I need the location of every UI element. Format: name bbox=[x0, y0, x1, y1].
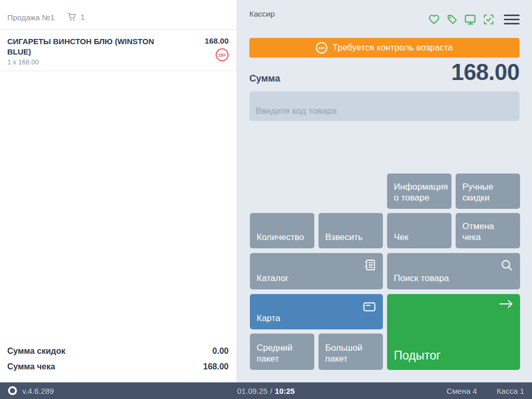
receipt-panel: Продажа №1 1 СИГАРЕТЫ ВИНСТОН БЛЮ (WINST… bbox=[0, 0, 236, 382]
age-restriction-icon: 18+ bbox=[216, 48, 229, 61]
subtotal-button[interactable]: Подытог bbox=[387, 294, 520, 370]
weigh-button[interactable]: Взвесить bbox=[318, 213, 383, 248]
product-price: 168.00 bbox=[205, 36, 229, 45]
cart-counter: 1 bbox=[66, 11, 85, 22]
sum-label: Сумма bbox=[249, 73, 280, 84]
card-button[interactable]: Карта bbox=[250, 294, 383, 329]
product-info-button[interactable]: Информация о товаре bbox=[387, 174, 451, 209]
product-line-item[interactable]: СИГАРЕТЫ ВИНСТОН БЛЮ (WINSTON BLUE) 168.… bbox=[0, 30, 236, 71]
receipt-total-value: 168.00 bbox=[203, 362, 229, 371]
status-time: 10:25 bbox=[275, 387, 295, 395]
cart-count: 1 bbox=[81, 12, 85, 21]
product-code-input[interactable] bbox=[249, 91, 520, 121]
discount-summary-row: Сумма скидок 0.00 bbox=[0, 344, 236, 360]
price-tag-button[interactable] bbox=[445, 12, 459, 26]
shift-label: Смена 4 bbox=[446, 387, 477, 395]
tag-icon bbox=[446, 13, 459, 26]
search-product-button[interactable]: Поиск товара bbox=[387, 253, 520, 289]
scan-check-icon bbox=[482, 13, 495, 26]
discount-label: Сумма скидок bbox=[7, 347, 65, 356]
catalog-button[interactable]: Каталог bbox=[250, 253, 383, 289]
age-control-text: Требуется контроль возраста bbox=[332, 43, 453, 53]
quantity-button[interactable]: Количество bbox=[250, 213, 314, 248]
favorites-button[interactable] bbox=[427, 12, 441, 26]
discount-value: 0.00 bbox=[212, 347, 229, 356]
scan-check-button[interactable] bbox=[482, 12, 495, 26]
age-18-icon: 18+ bbox=[316, 42, 327, 54]
arrow-right-icon bbox=[498, 299, 514, 309]
receipt-total-label: Сумма чека bbox=[7, 362, 55, 371]
status-bar: v.4.6.289 01.09.25 / 10:25 Смена 4 Касса… bbox=[0, 382, 532, 399]
sum-value: 168.00 bbox=[451, 59, 520, 85]
app-logo-icon bbox=[7, 385, 18, 396]
status-separator: / bbox=[270, 387, 272, 395]
heart-icon bbox=[428, 13, 441, 26]
catalog-icon bbox=[363, 258, 377, 272]
product-quantity-line: 1 x 168.00 bbox=[7, 58, 39, 66]
monitor-icon bbox=[463, 12, 477, 26]
header-toolbar bbox=[427, 12, 520, 26]
card-icon bbox=[362, 299, 377, 314]
receipt-button[interactable]: Чек bbox=[387, 213, 451, 248]
age-control-banner: 18+ Требуется контроль возраста bbox=[249, 38, 520, 58]
total-summary-row: Сумма чека 168.00 bbox=[0, 360, 236, 375]
register-label: Касса 1 bbox=[497, 387, 524, 395]
datetime-block: 01.09.25 / 10:25 bbox=[237, 382, 295, 399]
cart-icon bbox=[66, 11, 77, 22]
large-bag-button[interactable]: Большой пакет bbox=[318, 334, 383, 370]
search-icon bbox=[500, 258, 514, 272]
sale-header: Продажа №1 1 bbox=[0, 0, 236, 30]
status-date: 01.09.25 bbox=[237, 387, 268, 395]
product-name: СИГАРЕТЫ ВИНСТОН БЛЮ (WINSTON BLUE) bbox=[7, 36, 168, 58]
sale-title: Продажа №1 bbox=[7, 13, 55, 22]
medium-bag-button[interactable]: Средний пакет bbox=[250, 334, 314, 370]
manual-discounts-button[interactable]: Ручные скидки bbox=[456, 174, 520, 209]
app-version: v.4.6.289 bbox=[22, 387, 54, 395]
cancel-receipt-button[interactable]: Отмена чека bbox=[456, 213, 520, 248]
actions-panel: Кассир bbox=[236, 0, 532, 382]
cashier-label: Кассир bbox=[249, 9, 275, 18]
menu-button[interactable] bbox=[504, 12, 520, 26]
version-block: v.4.6.289 bbox=[7, 382, 54, 399]
session-block: Смена 4 Касса 1 bbox=[446, 382, 524, 399]
display-button[interactable] bbox=[463, 12, 477, 26]
hamburger-icon bbox=[504, 15, 520, 16]
receipt-summary: Сумма скидок 0.00 Сумма чека 168.00 bbox=[0, 344, 236, 375]
